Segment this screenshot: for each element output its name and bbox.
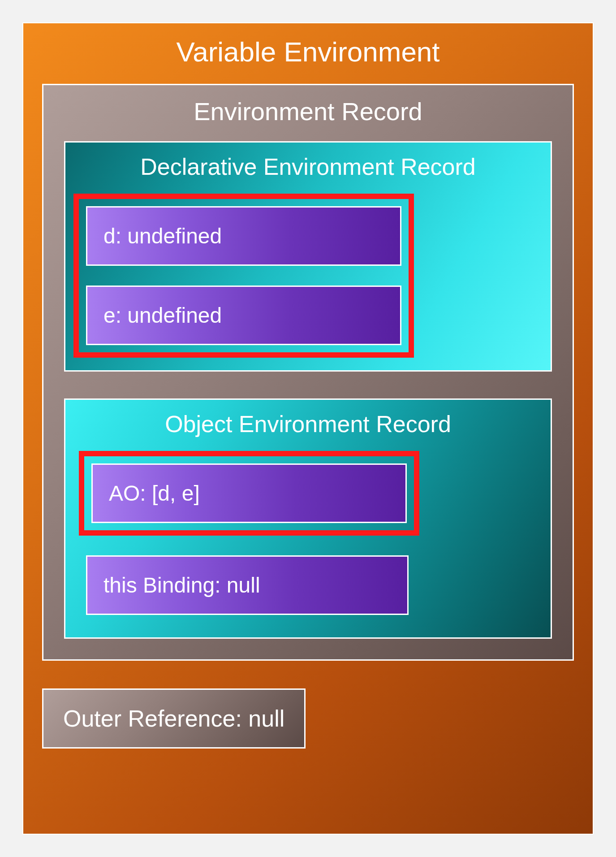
- declarative-highlight: d: undefined e: undefined: [73, 194, 414, 358]
- object-record-title: Object Environment Record: [88, 400, 528, 451]
- object-environment-record-box: Object Environment Record AO: [d, e] thi…: [64, 398, 552, 639]
- environment-record-box: Environment Record Declarative Environme…: [42, 84, 574, 661]
- declarative-environment-record-box: Declarative Environment Record d: undefi…: [64, 141, 552, 372]
- object-entry-ao: AO: [d, e]: [91, 463, 407, 523]
- declarative-record-title: Declarative Environment Record: [78, 143, 538, 194]
- declarative-entry-e: e: undefined: [86, 286, 401, 345]
- declarative-entry-d: d: undefined: [86, 206, 401, 266]
- diagram-stage: Variable Environment Environment Record …: [0, 0, 616, 857]
- object-entry-this-binding: this Binding: null: [86, 555, 409, 615]
- object-highlight: AO: [d, e]: [79, 451, 419, 536]
- variable-environment-box: Variable Environment Environment Record …: [22, 22, 594, 835]
- outer-reference-box: Outer Reference: null: [42, 688, 306, 749]
- variable-environment-title: Variable Environment: [42, 23, 574, 84]
- outer-reference-row: Outer Reference: null: [42, 688, 574, 749]
- environment-record-title: Environment Record: [64, 85, 552, 141]
